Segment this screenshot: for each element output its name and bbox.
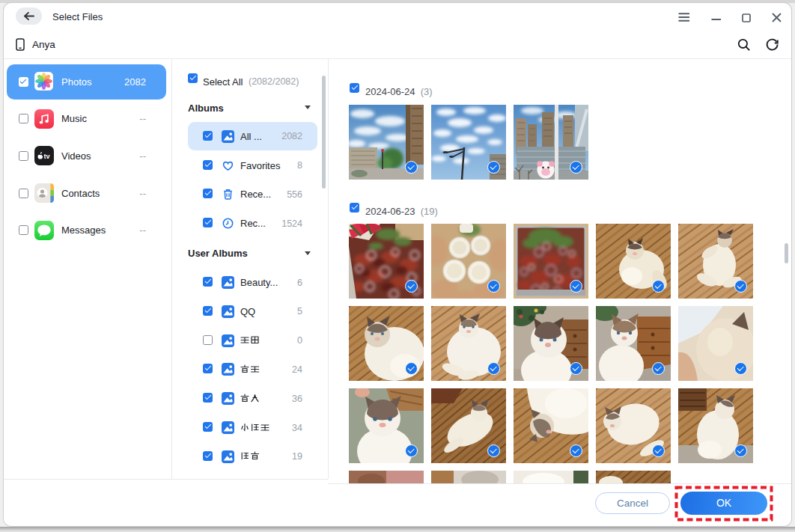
- svg-text:tv: tv: [44, 153, 50, 161]
